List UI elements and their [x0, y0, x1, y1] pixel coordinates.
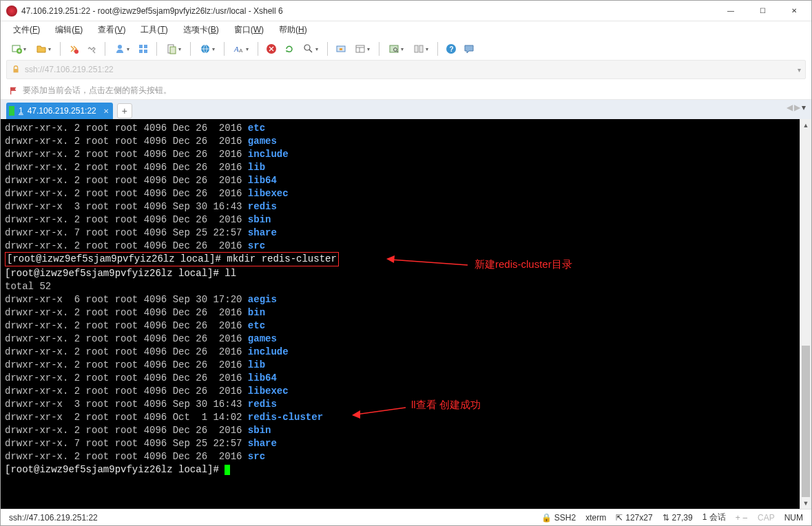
lock-screen-button[interactable] — [333, 41, 348, 56]
svg-text:A: A — [239, 48, 243, 54]
paste-button[interactable] — [163, 41, 185, 56]
xshell-logo-button[interactable] — [264, 41, 279, 56]
window-title: 47.106.219.251:22 - root@izwz9ef5sjam9pv… — [21, 6, 715, 16]
menu-v[interactable]: 查看(V) — [94, 23, 129, 37]
status-cap: CAP — [758, 513, 775, 523]
svg-rect-6 — [139, 50, 143, 53]
close-button[interactable]: ✕ — [778, 1, 810, 21]
scroll-up-icon[interactable]: ▲ — [800, 119, 811, 131]
menu-w[interactable]: 窗口(W) — [230, 23, 268, 37]
reconnect-button[interactable] — [66, 41, 81, 56]
session-tab[interactable]: 1 47.106.219.251:22 ✕ — [6, 103, 113, 119]
size-icon: ⇱ — [616, 513, 623, 523]
svg-point-14 — [304, 45, 310, 50]
status-num: NUM — [784, 513, 803, 523]
svg-rect-17 — [356, 45, 364, 52]
disconnect-button[interactable] — [84, 41, 99, 56]
globe-button[interactable] — [196, 41, 218, 56]
status-ssh: SSH2 — [554, 513, 576, 523]
svg-rect-24 — [14, 69, 19, 72]
tab-next-icon[interactable]: ▶ — [794, 103, 800, 112]
status-size: 127x27 — [625, 513, 652, 523]
tile-button[interactable] — [410, 41, 432, 56]
status-term: xterm — [585, 513, 606, 523]
terminal[interactable]: drwxr-xr-x. 2 root root 4096 Dec 26 2016… — [1, 119, 800, 509]
svg-rect-20 — [415, 45, 418, 52]
tab-index: 1 — [19, 106, 23, 116]
updown-icon: ⇅ — [663, 513, 669, 523]
tab-menu-icon[interactable]: ▾ — [802, 103, 806, 112]
svg-text:?: ? — [450, 45, 454, 53]
terminal-scrollbar[interactable]: ▲ ▼ — [800, 119, 811, 509]
svg-point-3 — [118, 45, 122, 49]
sessions-sep: + ‒ — [736, 513, 748, 523]
open-button[interactable] — [32, 41, 54, 56]
scroll-thumb[interactable] — [802, 346, 810, 497]
chat-button[interactable] — [461, 41, 477, 56]
add-tab-button[interactable]: + — [117, 103, 132, 118]
layout-button[interactable] — [351, 41, 373, 56]
sessions-button[interactable] — [136, 41, 151, 56]
svg-rect-7 — [144, 50, 147, 53]
svg-rect-16 — [340, 48, 342, 50]
minimize-button[interactable]: — — [715, 1, 747, 21]
statusbar: ssh://47.106.219.251:22 🔒SSH2 xterm ⇱127… — [1, 509, 811, 525]
status-path: ssh://47.106.219.251:22 — [9, 513, 98, 523]
svg-text:A: A — [233, 45, 239, 53]
menu-f[interactable]: 文件(F) — [9, 23, 44, 37]
titlebar: 47.106.219.251:22 - root@izwz9ef5sjam9pv… — [1, 1, 811, 21]
svg-rect-9 — [170, 47, 176, 54]
svg-point-2 — [74, 50, 79, 54]
help-button[interactable]: ? — [444, 41, 459, 56]
status-sessions: 1 会话 — [702, 512, 726, 523]
tab-prev-icon[interactable]: ◀ — [787, 103, 793, 112]
svg-rect-21 — [419, 45, 423, 52]
tab-nav: ◀ ▶ ▾ — [787, 103, 806, 112]
address-expand-icon[interactable]: ▾ — [798, 66, 801, 74]
tabbar: 1 47.106.219.251:22 ✕ + ◀ ▶ ▾ — [1, 100, 811, 119]
svg-rect-4 — [139, 45, 143, 48]
search-button[interactable] — [385, 41, 407, 56]
font-button[interactable]: AA — [230, 41, 252, 56]
refresh-button[interactable] — [282, 41, 297, 56]
toolbar: AA ? — [1, 38, 811, 60]
maximize-button[interactable]: ☐ — [747, 1, 778, 21]
status-pos: 27,39 — [672, 513, 693, 523]
menubar: 文件(F)编辑(E)查看(V)工具(T)选项卡(B)窗口(W)帮助(H) — [1, 21, 811, 38]
menu-t[interactable]: 工具(T) — [136, 23, 171, 37]
scroll-track[interactable] — [800, 131, 811, 497]
scroll-down-icon[interactable]: ▼ — [800, 497, 811, 509]
svg-rect-5 — [144, 45, 147, 48]
ssh-lock-icon: 🔒 — [541, 513, 552, 523]
terminal-wrap: drwxr-xr-x. 2 root root 4096 Dec 26 2016… — [1, 119, 811, 509]
lock-icon — [11, 65, 21, 74]
app-icon — [6, 6, 17, 17]
menu-h[interactable]: 帮助(H) — [275, 23, 311, 37]
new-session-button[interactable] — [8, 41, 30, 56]
address-text: ssh://47.106.219.251:22 — [25, 65, 114, 74]
zoom-button[interactable] — [300, 41, 322, 56]
tab-activity-indicator — [9, 106, 14, 116]
hintbar: 要添加当前会话，点击左侧的箭头按钮。 — [1, 82, 811, 100]
hint-text: 要添加当前会话，点击左侧的箭头按钮。 — [23, 85, 171, 96]
addressbar[interactable]: ssh://47.106.219.251:22 ▾ — [6, 60, 806, 79]
menu-e[interactable]: 编辑(E) — [51, 23, 87, 37]
tab-label: 47.106.219.251:22 — [28, 106, 96, 116]
flag-icon — [9, 86, 19, 96]
profile-button[interactable] — [111, 41, 133, 56]
tab-close-icon[interactable]: ✕ — [103, 107, 109, 115]
menu-b[interactable]: 选项卡(B) — [179, 23, 223, 37]
